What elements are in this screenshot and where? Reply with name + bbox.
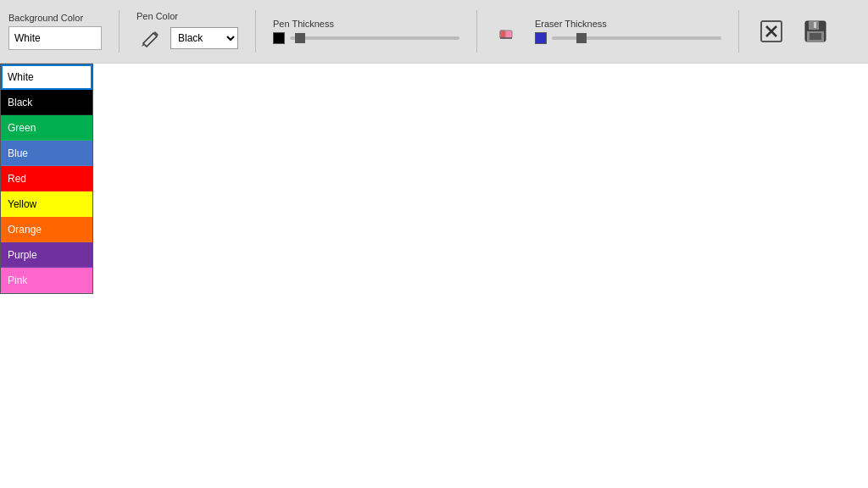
bg-color-item[interactable]: Purple: [1, 242, 92, 268]
pen-color-label: Pen Color: [136, 11, 238, 21]
eraser-thickness-slider[interactable]: [552, 36, 721, 40]
svg-rect-1: [500, 30, 505, 38]
pen-color-row: BlackWhiteRedBlueGreenYellowOrangePurple…: [136, 25, 238, 52]
bg-color-dropdown: WhiteBlackGreenBlueRedYellowOrangePurple…: [0, 64, 93, 294]
clear-button[interactable]: [756, 16, 787, 47]
eraser-thickness-swatch: [535, 32, 547, 44]
toolbar: Background Color White Pen Color BlackWh…: [0, 0, 868, 64]
bg-color-item[interactable]: Blue: [1, 141, 92, 166]
eraser-thickness-label: Eraser Thickness: [535, 19, 721, 29]
save-icon: [804, 19, 827, 43]
bg-color-section: Background Color White: [8, 13, 102, 50]
svg-rect-10: [810, 33, 821, 40]
divider-3: [476, 10, 477, 53]
bg-color-trigger-text: White: [14, 32, 41, 44]
bg-color-item[interactable]: Yellow: [1, 191, 92, 217]
bg-color-item[interactable]: Red: [1, 166, 92, 191]
pen-thickness-slider[interactable]: [290, 36, 459, 40]
drawing-canvas[interactable]: [0, 64, 868, 488]
pen-thickness-wrap: [273, 32, 459, 44]
bg-color-item[interactable]: Pink: [1, 268, 92, 293]
bg-color-label: Background Color: [8, 13, 102, 23]
pen-thickness-swatch: [273, 32, 285, 44]
divider-2: [255, 10, 256, 53]
bg-color-item[interactable]: Green: [1, 115, 92, 141]
eraser-thickness-section: Eraser Thickness: [535, 19, 721, 44]
bg-color-item[interactable]: Black: [1, 90, 92, 115]
clear-icon: [760, 19, 783, 43]
divider-4: [738, 10, 739, 53]
bg-color-item[interactable]: White: [1, 64, 92, 90]
save-button[interactable]: [800, 16, 831, 47]
pen-icon: [141, 29, 159, 47]
svg-rect-8: [814, 22, 816, 28]
eraser-thickness-wrap: [535, 32, 721, 44]
bg-color-trigger[interactable]: White: [8, 26, 102, 50]
pen-thickness-section: Pen Thickness: [273, 19, 459, 44]
divider-1: [119, 10, 120, 53]
eraser-tool-button[interactable]: [494, 18, 521, 45]
pen-thickness-label: Pen Thickness: [273, 19, 459, 29]
bg-color-item[interactable]: Orange: [1, 217, 92, 242]
pen-tool-button[interactable]: [136, 25, 164, 52]
pen-color-select[interactable]: BlackWhiteRedBlueGreenYellowOrangePurple…: [170, 27, 238, 49]
pen-color-section: Pen Color BlackWhiteRedBlueGreenYellowOr…: [136, 11, 238, 52]
eraser-icon: [498, 22, 517, 41]
